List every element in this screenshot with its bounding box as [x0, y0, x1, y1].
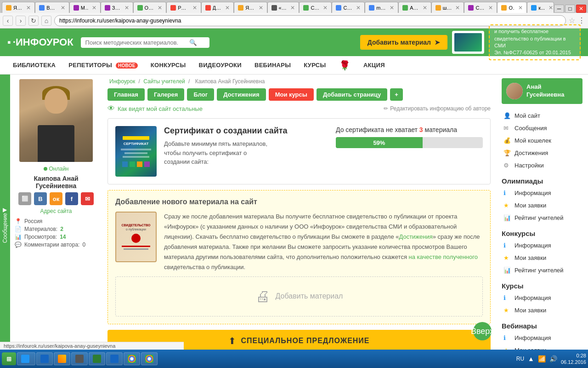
tab-17[interactable]: к... ✕ [527, 2, 554, 13]
taskbar-item-7[interactable] [124, 352, 140, 365]
tab-6[interactable]: Разр... ✕ [166, 2, 201, 13]
tab-9[interactable]: «Я-... ✕ [267, 2, 300, 13]
tab-my-courses[interactable]: Мои курсы [269, 88, 314, 101]
tab-3[interactable]: Ме... ✕ [69, 2, 101, 13]
taskbar-item-5[interactable] [89, 352, 105, 365]
forward-button[interactable]: › [16, 16, 26, 26]
search-button[interactable]: 🔍 [189, 39, 197, 46]
fb-icon[interactable]: f [65, 192, 78, 205]
kursy-my-apps[interactable]: ★ Мои заявки [502, 304, 582, 316]
tab-close-active[interactable]: ✕ [518, 5, 523, 11]
tab-7[interactable]: Доб... ✕ [201, 2, 234, 13]
nav-tutors[interactable]: РЕПЕТИТОРЫ Новое [63, 57, 143, 73]
tab-12[interactable]: miru... ✕ [365, 2, 398, 13]
tab-close11[interactable]: ✕ [356, 5, 361, 11]
nav-contests[interactable]: КОНКУРСЫ [145, 57, 192, 73]
tab-close7[interactable]: ✕ [225, 5, 230, 11]
refresh-button[interactable]: ↻ [28, 16, 39, 26]
taskbar-item-1[interactable] [17, 352, 35, 365]
tab-gallery[interactable]: Галерея [147, 88, 185, 101]
tab-active[interactable]: Onn ✕ [497, 2, 527, 13]
tab-close8[interactable]: ✕ [259, 5, 263, 11]
tab-2[interactable]: Вы з... ✕ [35, 2, 69, 13]
tab-close10[interactable]: ✕ [323, 5, 328, 11]
menu-icon[interactable]: ⋮ [578, 16, 585, 25]
tab-close12[interactable]: ✕ [390, 5, 394, 11]
tab-close[interactable]: ✕ [26, 5, 31, 11]
tab-close13[interactable]: ✕ [423, 5, 427, 11]
add-material-area[interactable]: 🖨 Добавить материал [115, 276, 483, 316]
breadcrumb-teachers[interactable]: Сайты учителей [143, 78, 185, 85]
right-menu-settings[interactable]: ⚙ Настройки [502, 159, 582, 172]
view-as-others[interactable]: 👁 Как видят мой сайт остальные [107, 104, 203, 113]
nav-video[interactable]: ВИДЕОУРОКИ [193, 57, 247, 73]
taskbar-item-4[interactable] [71, 352, 88, 365]
tab-15[interactable]: Сай... ✕ [464, 2, 497, 13]
window-maximize[interactable]: □ [565, 5, 575, 13]
tab-yandex1[interactable]: Янд... ✕ [2, 2, 35, 13]
bookmark-icon[interactable]: ☆ [569, 16, 575, 25]
tab-close3[interactable]: ✕ [92, 5, 96, 11]
add-material-button[interactable]: Добавить материал ➤ [360, 35, 447, 50]
breadcrumb-home[interactable]: Инфоурок [109, 78, 135, 85]
tab-5[interactable]: Опл... ✕ [133, 2, 167, 13]
right-menu-wallet[interactable]: 💰 Мой кошелек [502, 134, 582, 147]
tab-blog[interactable]: Блог [187, 88, 214, 101]
window-minimize[interactable]: ─ [554, 5, 564, 13]
right-menu-achievements[interactable]: 🏆 Достижения [502, 147, 582, 159]
taskbar-item-8[interactable] [141, 352, 158, 365]
vebinary-info[interactable]: ℹ Информация [502, 332, 582, 344]
right-menu-my-site[interactable]: 👤 Мой сайт [502, 109, 582, 122]
tab-close6[interactable]: ✕ [192, 5, 197, 11]
ok-icon[interactable]: ок [50, 192, 62, 205]
tab-close5[interactable]: ✕ [158, 5, 162, 11]
search-input[interactable] [85, 39, 187, 46]
tab-close2[interactable]: ✕ [61, 5, 65, 11]
konkurs-my-apps[interactable]: ★ Мои заявки [502, 252, 582, 264]
nav-webinars[interactable]: ВЕБИНАРЫ [249, 57, 296, 73]
kursy-info[interactable]: ℹ Информация [502, 292, 582, 304]
olympiad-my-apps[interactable]: ★ Мои заявки [502, 199, 582, 212]
tab-close17[interactable]: ✕ [548, 5, 553, 11]
konkurs-rating[interactable]: 📊 Рейтинг учителей [502, 264, 582, 276]
window-close[interactable]: ✕ [576, 5, 586, 13]
tab-8[interactable]: Янд... ✕ [234, 2, 267, 13]
tab-main[interactable]: Главная [107, 88, 145, 101]
home-button[interactable]: ⌂ [41, 16, 51, 26]
achievements-link[interactable]: Достижения [399, 233, 432, 240]
up-button[interactable]: Вверх [473, 322, 492, 340]
tab-close9[interactable]: ✕ [290, 5, 295, 11]
site-logo[interactable]: ▪ ·ИНФОУРОК [7, 36, 74, 48]
back-button[interactable]: ‹ [3, 16, 13, 26]
right-menu-messages[interactable]: ✉ Сообщения [502, 122, 582, 134]
olympiad-info[interactable]: ℹ Информация [502, 187, 582, 199]
start-button[interactable]: ⊞ [2, 352, 16, 365]
tab-plus[interactable]: + [390, 88, 403, 101]
copy-icon[interactable]: ⬜ [18, 192, 31, 205]
nav-flower[interactable]: 🌹 [334, 55, 356, 75]
quality-link[interactable]: на качестве полученного [409, 253, 478, 260]
taskbar-item-3[interactable] [54, 352, 70, 365]
nav-library[interactable]: БИБЛИОТЕКА [7, 57, 61, 73]
nav-courses[interactable]: КУРСЫ [298, 57, 331, 73]
tab-13[interactable]: Ана... ✕ [398, 2, 431, 13]
address-link[interactable]: Адрес сайта [15, 208, 97, 214]
tab-add-page[interactable]: Добавить страницу [317, 88, 387, 101]
taskbar-item-6[interactable] [106, 352, 123, 365]
tab-achievements[interactable]: Достижения [217, 88, 266, 101]
taskbar-item-2[interactable] [36, 352, 53, 365]
tab-close4[interactable]: ✕ [124, 5, 129, 11]
konkurs-info[interactable]: ℹ Информация [502, 239, 582, 252]
vk-icon[interactable]: В [34, 192, 47, 205]
tab-10[interactable]: Ска... ✕ [299, 2, 332, 13]
olympiad-rating[interactable]: 📊 Рейтинг учителей [502, 212, 582, 224]
edit-author-link[interactable]: ✏ Редактировать информацию об авторе [384, 105, 491, 112]
nav-promo[interactable]: АКЦИЯ [358, 57, 390, 73]
tab-4[interactable]: Зна... ✕ [101, 2, 133, 13]
tab-close14[interactable]: ✕ [455, 5, 460, 11]
tab-11[interactable]: Спр... ✕ [332, 2, 365, 13]
tab-close15[interactable]: ✕ [488, 5, 493, 11]
mail-icon[interactable]: ✉ [81, 192, 94, 205]
tab-14[interactable]: шко... ✕ [431, 2, 464, 13]
side-toggle[interactable]: ▶ Сообщение [0, 75, 10, 368]
